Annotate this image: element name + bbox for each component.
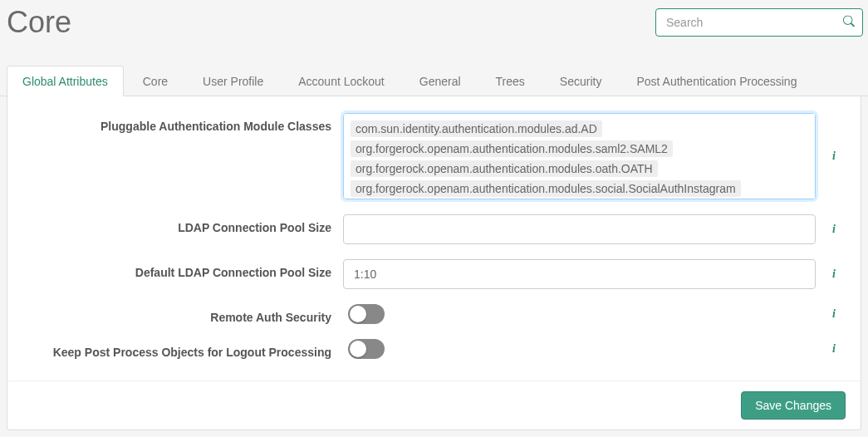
info-icon[interactable]: i: [827, 342, 841, 356]
label-remote-auth-security: Remote Auth Security: [27, 304, 343, 324]
input-ldap-pool-size[interactable]: [343, 214, 816, 244]
list-item[interactable]: org.forgerock.openam.authentication.modu…: [351, 140, 673, 157]
search-wrap: [655, 8, 863, 37]
page-title: Core: [5, 5, 71, 40]
toggle-remote-auth-security[interactable]: [348, 304, 385, 324]
tab-core[interactable]: Core: [127, 66, 184, 96]
tab-general[interactable]: General: [404, 66, 477, 96]
tab-user-profile[interactable]: User Profile: [187, 66, 279, 96]
search-icon[interactable]: [843, 16, 855, 30]
toggle-keep-post-process[interactable]: [348, 339, 385, 359]
tab-account-lockout[interactable]: Account Lockout: [282, 66, 400, 96]
tab-global-attributes[interactable]: Global Attributes: [7, 66, 124, 96]
save-changes-button[interactable]: Save Changes: [741, 391, 846, 420]
toggle-knob: [350, 306, 366, 322]
info-icon[interactable]: i: [827, 223, 841, 236]
list-item[interactable]: org.forgerock.openam.authentication.modu…: [351, 180, 741, 197]
toggle-knob: [350, 341, 366, 357]
label-pluggable-auth-modules: Pluggable Authentication Module Classes: [27, 113, 343, 133]
info-icon[interactable]: i: [827, 268, 841, 281]
list-item[interactable]: com.sun.identity.authentication.modules.…: [351, 120, 602, 137]
tab-bar: Global Attributes Core User Profile Acco…: [0, 65, 868, 96]
form-panel: Pluggable Authentication Module Classes …: [7, 96, 861, 430]
tab-post-auth-processing[interactable]: Post Authentication Processing: [620, 66, 812, 96]
tab-security[interactable]: Security: [544, 66, 618, 96]
label-keep-post-process: Keep Post Process Objects for Logout Pro…: [27, 339, 343, 359]
list-item[interactable]: org.forgerock.openam.authentication.modu…: [351, 160, 658, 177]
search-input[interactable]: [655, 8, 863, 37]
info-icon[interactable]: i: [827, 307, 841, 321]
label-default-ldap-pool-size: Default LDAP Connection Pool Size: [27, 259, 343, 279]
input-default-ldap-pool-size[interactable]: [343, 259, 816, 289]
info-icon[interactable]: i: [827, 150, 841, 163]
listbox-pluggable-auth-modules[interactable]: com.sun.identity.authentication.modules.…: [343, 113, 816, 199]
label-ldap-pool-size: LDAP Connection Pool Size: [27, 214, 343, 234]
tab-trees[interactable]: Trees: [480, 66, 541, 96]
